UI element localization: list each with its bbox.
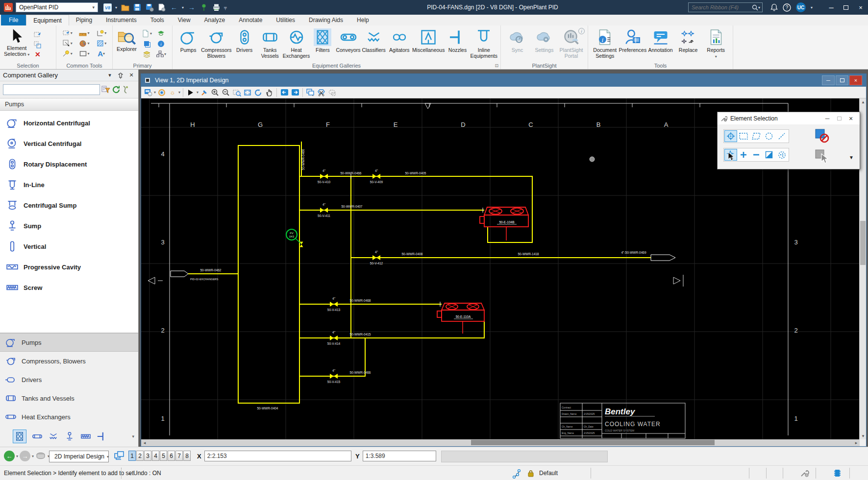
view-tab-1[interactable]: 1: [128, 451, 136, 461]
grey-node[interactable]: [590, 157, 595, 162]
chevron-down-icon[interactable]: ▾: [197, 90, 198, 95]
back-button[interactable]: ←: [4, 451, 15, 461]
annotation-button[interactable]: Annotation: [646, 27, 674, 53]
classifiers-category-icon[interactable]: [48, 431, 59, 442]
rotate-view-icon[interactable]: [253, 88, 263, 97]
hierarchy-icon[interactable]: ▾: [156, 50, 166, 58]
gallery-filters[interactable]: Filters: [310, 27, 335, 53]
layers-icon[interactable]: [142, 50, 152, 58]
horizontal-scroll-thumb[interactable]: [471, 440, 715, 445]
valves[interactable]: [300, 174, 381, 379]
zoom-in-icon[interactable]: [210, 88, 220, 97]
tab-utilities[interactable]: Utilities: [269, 15, 302, 25]
print-icon[interactable]: [212, 3, 221, 12]
options-icon[interactable]: [122, 85, 129, 94]
panel-menu-icon[interactable]: ▾: [106, 72, 114, 79]
mode-disable-icon[interactable]: [815, 128, 829, 143]
place-text-icon[interactable]: A▾: [93, 49, 109, 58]
training-icon[interactable]: [156, 29, 166, 38]
view-tab-5[interactable]: 5: [160, 451, 167, 461]
select-shape-icon[interactable]: [750, 130, 763, 142]
customize-toolbar-icon[interactable]: ╤: [224, 5, 227, 10]
pin-icon[interactable]: [117, 72, 124, 79]
mode-add-icon[interactable]: [737, 149, 750, 161]
acs-icon[interactable]: ▾: [93, 29, 109, 37]
pipes[interactable]: [188, 142, 651, 403]
view-menu-icon[interactable]: [145, 78, 150, 83]
info-icon[interactable]: i: [578, 28, 585, 34]
search-icon[interactable]: [752, 4, 758, 11]
chevron-down-icon[interactable]: ▾: [182, 5, 184, 10]
agitators-category-icon[interactable]: [64, 431, 75, 442]
scroll-right-icon[interactable]: ▸: [853, 439, 860, 446]
tab-drawing-aids[interactable]: Drawing Aids: [302, 15, 350, 25]
tab-instruments[interactable]: Instruments: [99, 15, 144, 25]
item-rotary-displacement[interactable]: Rotary Displacement: [0, 154, 138, 174]
minimize-button[interactable]: ─: [824, 0, 839, 15]
mode-invert-icon[interactable]: [763, 149, 775, 161]
view-tab-2[interactable]: 2: [136, 451, 144, 461]
model-selector-combo[interactable]: 2D Imperial Design ▾: [49, 451, 109, 462]
vertical-scroll-thumb[interactable]: [860, 221, 866, 265]
tab-tools[interactable]: Tools: [144, 15, 171, 25]
fan-50-E-110A[interactable]: 50-E-110A: [437, 303, 484, 334]
fit-view-icon[interactable]: [243, 88, 252, 97]
view-groups-icon[interactable]: [114, 451, 124, 460]
clip-volume-icon[interactable]: [316, 88, 326, 97]
gallery-nozzles[interactable]: Nozzles: [445, 27, 470, 53]
scroll-down-icon[interactable]: ▾: [860, 432, 867, 439]
chevron-down-icon[interactable]: ▾: [178, 90, 180, 95]
refresh-icon[interactable]: [112, 85, 121, 94]
view-next-icon[interactable]: [290, 88, 300, 97]
replace-button[interactable]: Replace: [674, 27, 702, 53]
locate-icon[interactable]: ▾: [59, 49, 75, 58]
fence-select-icon[interactable]: [33, 30, 42, 39]
screw-category-icon[interactable]: [80, 431, 91, 442]
item-centrifugal-sump[interactable]: Centrifugal Sump: [0, 195, 138, 216]
nozzles-category-icon[interactable]: [97, 431, 107, 442]
select-block-icon[interactable]: [737, 130, 750, 142]
tab-file[interactable]: File: [1, 15, 26, 25]
filters-category-icon[interactable]: [13, 430, 26, 443]
pan-icon[interactable]: [264, 88, 274, 97]
gallery-conveyors[interactable]: Conveyors: [335, 27, 361, 53]
chevron-down-icon[interactable]: ▾: [115, 5, 117, 10]
tab-analyze[interactable]: Analyze: [198, 15, 232, 25]
category-drivers[interactable]: Drivers: [0, 370, 138, 389]
forward-button[interactable]: →: [20, 451, 30, 461]
model-icon[interactable]: [157, 88, 167, 97]
gallery-tanks-vessels[interactable]: TanksVessels: [257, 27, 283, 59]
mode-subtract-icon[interactable]: [750, 149, 763, 161]
gallery-compressors-blowers[interactable]: CompressorsBlowers: [201, 27, 231, 59]
snap-mode-icon[interactable]: [513, 466, 523, 480]
bentley-view-icon[interactable]: [186, 88, 196, 97]
select-individual-icon[interactable]: [724, 130, 737, 142]
view-tab-6[interactable]: 6: [168, 451, 175, 461]
tab-piping[interactable]: Piping: [69, 15, 99, 25]
clip-mask-icon[interactable]: [327, 88, 337, 97]
element-selection-dialog[interactable]: Element Selection ─ × ▼: [717, 112, 860, 169]
item-types-icon[interactable]: [142, 40, 152, 48]
heat-exchanger-category-icon[interactable]: [32, 431, 43, 442]
tab-annotate[interactable]: Annotate: [232, 15, 269, 25]
view-previous-icon[interactable]: [279, 88, 289, 97]
item-vertical[interactable]: Vertical: [0, 236, 138, 257]
place-shape-icon[interactable]: ▾: [76, 49, 93, 58]
gallery-agitators[interactable]: Agitators: [387, 27, 412, 53]
instrument-FV-043[interactable]: FV 043: [286, 229, 301, 243]
category-compressors-blowers[interactable]: Compressors, Blowers: [0, 352, 138, 370]
category-heat-exchangers[interactable]: Heat Exchangers: [0, 408, 138, 426]
zoom-out-icon[interactable]: [221, 88, 231, 97]
filter-icon[interactable]: [101, 85, 110, 94]
chevron-down-icon[interactable]: ▾: [758, 5, 760, 10]
chevron-down-icon[interactable]: ▾: [811, 5, 813, 10]
explorer-button[interactable]: Explorer: [117, 28, 137, 58]
dialog-expand-icon[interactable]: ▼: [849, 155, 854, 160]
select-element-icon[interactable]: [815, 149, 829, 164]
ribbon-search-input[interactable]: [691, 4, 752, 11]
chevron-down-icon[interactable]: ▾: [16, 454, 18, 458]
measure-icon[interactable]: ▾: [76, 29, 93, 37]
gallery-miscellaneous[interactable]: Miscellaneous: [412, 27, 445, 53]
save-icon[interactable]: [133, 3, 142, 12]
active-level[interactable]: Default: [539, 466, 558, 480]
